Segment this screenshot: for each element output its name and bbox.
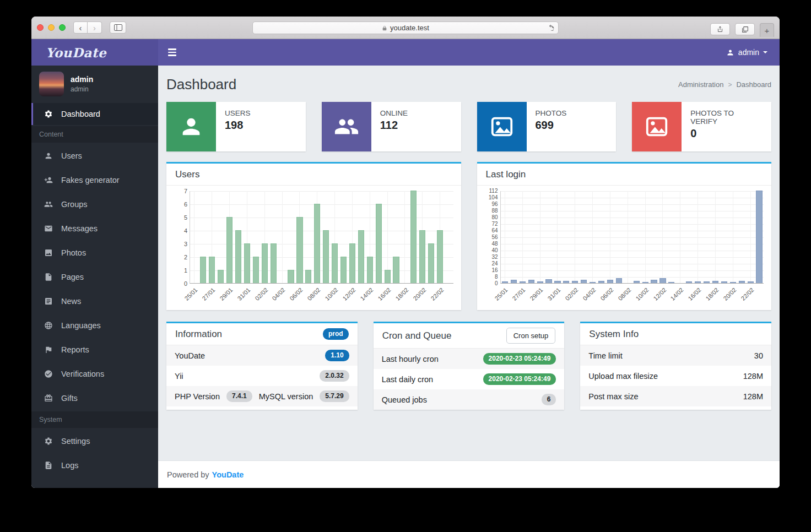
chart-bar-12-02[interactable]	[349, 243, 355, 283]
chart-bar-12-02[interactable]	[659, 278, 666, 283]
sidebar-item-fakes-generator[interactable]: Fakes generator	[31, 168, 158, 192]
breadcrumb-administration[interactable]: Administration	[678, 80, 723, 89]
brand-logo[interactable]: YouDate	[31, 39, 158, 66]
chart-bar-19-02[interactable]	[410, 191, 417, 283]
close-window-button[interactable]	[37, 24, 44, 31]
chart-bar-14-02[interactable]	[367, 257, 373, 283]
sidebar-item-groups[interactable]: Groups	[31, 192, 158, 216]
sidebar-item-messages[interactable]: Messages	[31, 216, 158, 241]
chart-bar-02-02[interactable]	[572, 281, 578, 284]
sidebar-item-news[interactable]: News	[31, 289, 158, 313]
sidebar-item-users[interactable]: Users	[31, 144, 158, 168]
footer-youdate-link[interactable]: YouDate	[212, 470, 244, 479]
chart-bar-09-02[interactable]	[634, 281, 640, 284]
chart-bar-27-01[interactable]	[520, 281, 526, 283]
zoom-window-button[interactable]	[59, 24, 66, 31]
chart-bar-21-02[interactable]	[739, 281, 745, 284]
x-axis-tick-label: 10/02	[634, 286, 650, 302]
sidebar-item-dashboard[interactable]: Dashboard	[31, 103, 158, 125]
chart-bar-20-02[interactable]	[730, 282, 736, 283]
stat-card-online[interactable]: ONLINE112	[322, 102, 461, 151]
chart-bar-26-01[interactable]	[200, 257, 206, 283]
chart-bar-13-02[interactable]	[668, 282, 674, 283]
sidebar-item-photos[interactable]: Photos	[31, 241, 158, 265]
traffic-lights	[37, 24, 66, 31]
forward-button[interactable]: ›	[88, 21, 102, 34]
chart-bar-19-02[interactable]	[721, 281, 727, 283]
chart-bar-13-02[interactable]	[358, 230, 364, 283]
chart-bar-17-02[interactable]	[704, 281, 710, 283]
sidebar-item-label: Messages	[61, 224, 98, 233]
sidebar-item-verifications[interactable]: Verifications	[31, 362, 158, 386]
back-button[interactable]: ‹	[73, 21, 88, 34]
sidebar-item-pages[interactable]: Pages	[31, 265, 158, 289]
x-axis-tick-label: 20/02	[722, 286, 738, 302]
address-bar[interactable]: youdate.test	[252, 21, 559, 34]
chart-bar-08-02[interactable]	[314, 204, 320, 283]
user-menu[interactable]: admin	[726, 39, 780, 66]
chart-bar-02-02[interactable]	[262, 243, 268, 283]
chart-bar-20-02[interactable]	[419, 230, 425, 283]
cron-setup-button[interactable]: Cron setup	[506, 328, 556, 344]
chart-bar-01-02[interactable]	[253, 257, 259, 283]
information-text: YouDate	[175, 351, 205, 360]
sidebar-toggle-button[interactable]	[110, 21, 126, 34]
globe-icon	[44, 321, 53, 330]
chart-bar-05-02[interactable]	[598, 281, 604, 284]
chart-bar-15-02[interactable]	[686, 281, 692, 283]
tabs-overview-button[interactable]	[735, 23, 755, 35]
chart-bar-05-02[interactable]	[288, 270, 294, 283]
chart-bar-07-02[interactable]	[305, 270, 311, 283]
chart-bar-04-02[interactable]	[590, 282, 596, 283]
sidebar-item-reports[interactable]: Reports	[31, 338, 158, 362]
sidebar-collapse-button[interactable]	[158, 39, 186, 66]
reload-icon[interactable]	[547, 24, 554, 32]
chart-bar-31-01[interactable]	[554, 281, 560, 284]
chart-bar-18-02[interactable]	[712, 281, 718, 284]
new-tab-button[interactable]: +	[760, 23, 774, 37]
sidebar-item-gifts[interactable]: Gifts	[31, 386, 158, 410]
chart-bar-30-01[interactable]	[235, 230, 241, 283]
chart-bar-06-02[interactable]	[607, 280, 613, 283]
chart-bar-10-02[interactable]	[642, 282, 648, 283]
chart-bar-22-02[interactable]	[748, 281, 754, 283]
stat-card-users[interactable]: USERS198	[166, 102, 306, 151]
chart-bar-07-02[interactable]	[616, 278, 622, 283]
chart-bar-16-02[interactable]	[385, 270, 391, 283]
chart-bar-30-01[interactable]	[545, 279, 552, 284]
stat-card-photos[interactable]: PHOTOS699	[477, 102, 617, 151]
chart-bar-11-02[interactable]	[340, 257, 347, 283]
sidebar-item-languages[interactable]: Languages	[31, 313, 158, 338]
stat-card-photos-to-verify[interactable]: PHOTOS TO VERIFY0	[632, 102, 771, 151]
sidebar-item-logs[interactable]: Logs	[31, 453, 158, 477]
chart-bar-06-02[interactable]	[296, 217, 302, 283]
chart-bar-28-01[interactable]	[528, 280, 534, 283]
chart-bar-03-02[interactable]	[581, 280, 587, 283]
chart-bar-22-02[interactable]	[437, 230, 443, 283]
chart-bar-16-02[interactable]	[695, 281, 701, 283]
last-login-chart-title: Last login	[486, 169, 526, 180]
minimize-window-button[interactable]	[48, 24, 55, 31]
chart-bar-11-02[interactable]	[651, 280, 657, 283]
sidebar-item-settings[interactable]: Settings	[31, 429, 158, 453]
x-axis-tick-label: 20/02	[412, 286, 427, 302]
share-button[interactable]	[710, 23, 730, 35]
chart-bar-23-02[interactable]	[756, 191, 762, 283]
chart-bar-09-02[interactable]	[323, 230, 329, 283]
chart-bar-27-01[interactable]	[209, 257, 215, 283]
chart-bar-03-02[interactable]	[271, 243, 277, 283]
y-axis-tick-label: 2	[184, 254, 187, 260]
chart-bar-17-02[interactable]	[393, 257, 399, 283]
chart-bar-29-01[interactable]	[226, 217, 233, 283]
flag-icon	[44, 345, 53, 354]
chart-bar-01-02[interactable]	[563, 281, 569, 284]
chart-bar-31-01[interactable]	[244, 243, 250, 283]
chart-bar-21-02[interactable]	[428, 243, 434, 283]
chart-bar-29-01[interactable]	[537, 281, 543, 283]
sidebar-user-panel[interactable]: admin admin	[31, 66, 158, 102]
chart-bar-25-01[interactable]	[502, 281, 508, 283]
chart-bar-10-02[interactable]	[332, 243, 338, 283]
chart-bar-26-01[interactable]	[511, 280, 517, 283]
chart-bar-28-01[interactable]	[218, 270, 224, 283]
chart-bar-15-02[interactable]	[376, 204, 382, 283]
